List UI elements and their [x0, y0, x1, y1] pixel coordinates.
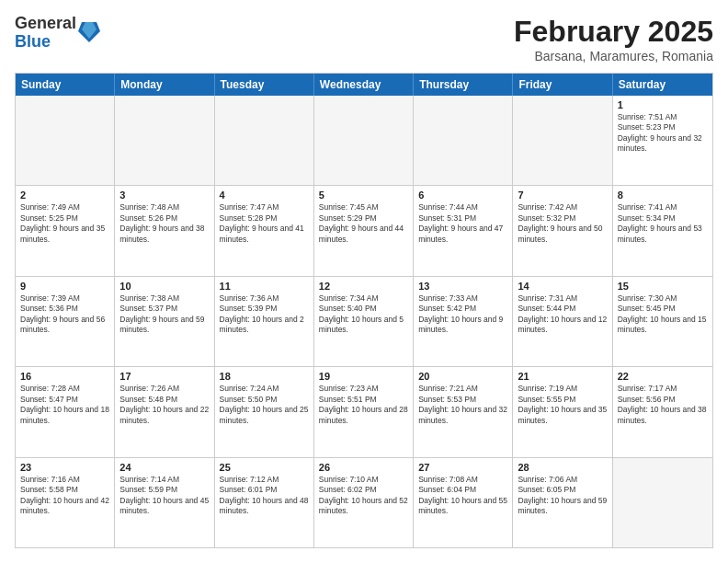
day-number: 13: [418, 281, 507, 292]
day-number: 20: [418, 371, 507, 382]
day-number: 12: [319, 281, 408, 292]
day-cell-26: 26Sunrise: 7:10 AM Sunset: 6:02 PM Dayli…: [314, 458, 414, 547]
day-info: Sunrise: 7:48 AM Sunset: 5:26 PM Dayligh…: [119, 202, 209, 245]
day-info: Sunrise: 7:10 AM Sunset: 6:02 PM Dayligh…: [319, 475, 408, 517]
day-header-friday: Friday: [513, 74, 612, 96]
day-cell-10: 10Sunrise: 7:38 AM Sunset: 5:37 PM Dayli…: [115, 277, 214, 366]
day-header-monday: Monday: [115, 74, 214, 96]
day-cell-28: 28Sunrise: 7:06 AM Sunset: 6:05 PM Dayli…: [513, 458, 612, 547]
day-number: 6: [418, 190, 507, 201]
day-cell-11: 11Sunrise: 7:36 AM Sunset: 5:39 PM Dayli…: [215, 277, 314, 366]
day-cell-2: 2Sunrise: 7:49 AM Sunset: 5:25 PM Daylig…: [16, 186, 115, 275]
day-cell-14: 14Sunrise: 7:31 AM Sunset: 5:44 PM Dayli…: [513, 277, 612, 366]
day-cell-5: 5Sunrise: 7:45 AM Sunset: 5:29 PM Daylig…: [314, 186, 414, 275]
day-info: Sunrise: 7:49 AM Sunset: 5:25 PM Dayligh…: [20, 202, 109, 245]
day-cell-22: 22Sunrise: 7:17 AM Sunset: 5:56 PM Dayli…: [613, 367, 712, 456]
day-header-wednesday: Wednesday: [314, 74, 414, 96]
day-number: 18: [220, 371, 309, 382]
calendar-row-4: 23Sunrise: 7:16 AM Sunset: 5:58 PM Dayli…: [16, 457, 712, 547]
day-cell-13: 13Sunrise: 7:33 AM Sunset: 5:42 PM Dayli…: [414, 277, 513, 366]
day-number: 21: [518, 371, 607, 382]
day-cell-9: 9Sunrise: 7:39 AM Sunset: 5:36 PM Daylig…: [16, 277, 115, 366]
calendar-body: 1Sunrise: 7:51 AM Sunset: 5:23 PM Daylig…: [16, 96, 712, 547]
day-cell-3: 3Sunrise: 7:48 AM Sunset: 5:26 PM Daylig…: [115, 186, 214, 275]
day-info: Sunrise: 7:16 AM Sunset: 5:58 PM Dayligh…: [20, 475, 109, 517]
day-cell-20: 20Sunrise: 7:21 AM Sunset: 5:53 PM Dayli…: [414, 367, 513, 456]
day-number: 28: [518, 462, 607, 473]
day-info: Sunrise: 7:33 AM Sunset: 5:42 PM Dayligh…: [418, 293, 507, 336]
day-cell-24: 24Sunrise: 7:14 AM Sunset: 5:59 PM Dayli…: [115, 458, 214, 547]
day-cell-27: 27Sunrise: 7:08 AM Sunset: 6:04 PM Dayli…: [414, 458, 513, 547]
location: Barsana, Maramures, Romania: [514, 49, 713, 63]
day-info: Sunrise: 7:12 AM Sunset: 6:01 PM Dayligh…: [220, 475, 309, 517]
day-number: 16: [20, 371, 109, 382]
day-cell-21: 21Sunrise: 7:19 AM Sunset: 5:55 PM Dayli…: [513, 367, 612, 456]
day-number: 22: [618, 371, 708, 382]
day-cell-25: 25Sunrise: 7:12 AM Sunset: 6:01 PM Dayli…: [215, 458, 314, 547]
day-cell-empty-0-1: [115, 96, 214, 185]
day-cell-8: 8Sunrise: 7:41 AM Sunset: 5:34 PM Daylig…: [613, 186, 712, 275]
day-info: Sunrise: 7:23 AM Sunset: 5:51 PM Dayligh…: [319, 384, 408, 426]
logo-icon: [78, 18, 100, 44]
day-info: Sunrise: 7:21 AM Sunset: 5:53 PM Dayligh…: [418, 384, 507, 426]
day-header-thursday: Thursday: [414, 74, 513, 96]
day-info: Sunrise: 7:08 AM Sunset: 6:04 PM Dayligh…: [418, 475, 507, 517]
day-cell-empty-4-6: [613, 458, 712, 547]
day-info: Sunrise: 7:51 AM Sunset: 5:23 PM Dayligh…: [618, 112, 708, 155]
day-cell-empty-0-2: [215, 96, 314, 185]
day-number: 1: [618, 99, 708, 110]
day-info: Sunrise: 7:39 AM Sunset: 5:36 PM Dayligh…: [20, 293, 109, 336]
day-number: 10: [119, 281, 209, 292]
day-cell-18: 18Sunrise: 7:24 AM Sunset: 5:50 PM Dayli…: [215, 367, 314, 456]
title-block: February 2025 Barsana, Maramures, Romani…: [514, 15, 713, 63]
day-number: 26: [319, 462, 408, 473]
day-number: 17: [119, 371, 209, 382]
day-cell-4: 4Sunrise: 7:47 AM Sunset: 5:28 PM Daylig…: [215, 186, 314, 275]
day-info: Sunrise: 7:36 AM Sunset: 5:39 PM Dayligh…: [220, 293, 309, 336]
day-number: 3: [119, 190, 209, 201]
day-number: 23: [20, 462, 109, 473]
day-info: Sunrise: 7:30 AM Sunset: 5:45 PM Dayligh…: [618, 293, 708, 336]
day-cell-15: 15Sunrise: 7:30 AM Sunset: 5:45 PM Dayli…: [613, 277, 712, 366]
calendar-row-0: 1Sunrise: 7:51 AM Sunset: 5:23 PM Daylig…: [16, 96, 712, 185]
day-info: Sunrise: 7:47 AM Sunset: 5:28 PM Dayligh…: [220, 202, 309, 245]
day-header-sunday: Sunday: [16, 74, 115, 96]
day-number: 11: [220, 281, 309, 292]
day-cell-1: 1Sunrise: 7:51 AM Sunset: 5:23 PM Daylig…: [613, 96, 712, 185]
day-cell-7: 7Sunrise: 7:42 AM Sunset: 5:32 PM Daylig…: [513, 186, 612, 275]
day-header-tuesday: Tuesday: [215, 74, 314, 96]
day-number: 8: [618, 190, 708, 201]
day-number: 9: [20, 281, 109, 292]
day-cell-empty-0-0: [16, 96, 115, 185]
day-cell-16: 16Sunrise: 7:28 AM Sunset: 5:47 PM Dayli…: [16, 367, 115, 456]
day-cell-6: 6Sunrise: 7:44 AM Sunset: 5:31 PM Daylig…: [414, 186, 513, 275]
day-info: Sunrise: 7:14 AM Sunset: 5:59 PM Dayligh…: [119, 475, 209, 517]
day-number: 25: [220, 462, 309, 473]
header: General Blue February 2025 Barsana, Mara…: [15, 15, 713, 63]
day-cell-empty-0-5: [513, 96, 612, 185]
day-info: Sunrise: 7:44 AM Sunset: 5:31 PM Dayligh…: [418, 202, 507, 245]
logo-text: General Blue: [15, 15, 76, 52]
day-cell-empty-0-3: [314, 96, 414, 185]
calendar-row-3: 16Sunrise: 7:28 AM Sunset: 5:47 PM Dayli…: [16, 366, 712, 456]
day-info: Sunrise: 7:17 AM Sunset: 5:56 PM Dayligh…: [618, 384, 708, 426]
day-info: Sunrise: 7:45 AM Sunset: 5:29 PM Dayligh…: [319, 202, 408, 245]
calendar-row-2: 9Sunrise: 7:39 AM Sunset: 5:36 PM Daylig…: [16, 276, 712, 366]
day-info: Sunrise: 7:42 AM Sunset: 5:32 PM Dayligh…: [518, 202, 607, 245]
day-cell-empty-0-4: [414, 96, 513, 185]
day-cell-19: 19Sunrise: 7:23 AM Sunset: 5:51 PM Dayli…: [314, 367, 414, 456]
day-info: Sunrise: 7:19 AM Sunset: 5:55 PM Dayligh…: [518, 384, 607, 426]
day-info: Sunrise: 7:24 AM Sunset: 5:50 PM Dayligh…: [220, 384, 309, 426]
day-number: 27: [418, 462, 507, 473]
day-number: 5: [319, 190, 408, 201]
day-number: 2: [20, 190, 109, 201]
day-number: 14: [518, 281, 607, 292]
month-title: February 2025: [514, 15, 713, 49]
day-info: Sunrise: 7:31 AM Sunset: 5:44 PM Dayligh…: [518, 293, 607, 336]
day-cell-12: 12Sunrise: 7:34 AM Sunset: 5:40 PM Dayli…: [314, 277, 414, 366]
day-cell-23: 23Sunrise: 7:16 AM Sunset: 5:58 PM Dayli…: [16, 458, 115, 547]
day-info: Sunrise: 7:38 AM Sunset: 5:37 PM Dayligh…: [119, 293, 209, 336]
day-info: Sunrise: 7:28 AM Sunset: 5:47 PM Dayligh…: [20, 384, 109, 426]
logo: General Blue: [15, 15, 100, 52]
calendar-header: SundayMondayTuesdayWednesdayThursdayFrid…: [16, 74, 712, 96]
